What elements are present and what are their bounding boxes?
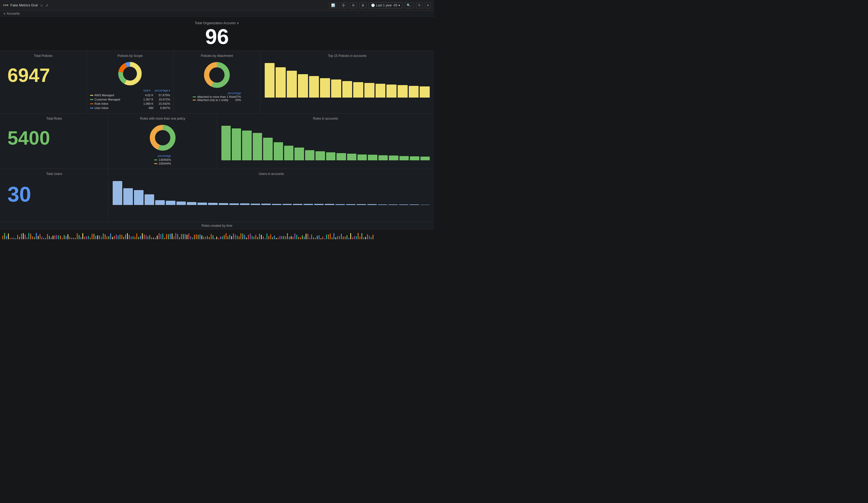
spark-dot: [202, 235, 202, 239]
bar: [221, 126, 231, 160]
bar: [232, 129, 241, 160]
spark-dot: [110, 234, 111, 239]
legend-row-user-inline: User Inline 4806.907%: [90, 106, 170, 110]
spark-dot: [90, 238, 91, 239]
expand-button[interactable]: ▾: [425, 2, 431, 8]
spark-dot: [138, 237, 139, 239]
spark-dot: [105, 234, 105, 239]
spark-dot: [361, 233, 362, 239]
spark-dot: [10, 238, 11, 239]
spark-dot: [177, 234, 178, 239]
spark-dot: [339, 236, 340, 239]
spark-dot: [103, 234, 104, 239]
bar: [219, 203, 228, 205]
spark-dot: [267, 234, 267, 239]
spark-dot: [127, 233, 128, 239]
bar: [263, 138, 272, 160]
roles-by-time-panel: Roles created by time: [0, 222, 434, 240]
spark-dot: [188, 234, 189, 239]
spark-dot: [308, 234, 308, 239]
spark-dot: [125, 235, 126, 239]
spark-dot: [330, 234, 331, 239]
time-selector[interactable]: 🕐 Last 1 year -03 ▾: [369, 2, 402, 8]
spark-dot: [328, 235, 329, 239]
bar: [176, 202, 186, 205]
spark-dot: [73, 238, 74, 239]
breadcrumb-label[interactable]: Accounts: [7, 12, 20, 16]
spark-dot: [222, 236, 223, 239]
star-icon[interactable]: ☆: [40, 3, 43, 8]
spark-dot: [233, 234, 234, 239]
total-policies-panel: Total Policies 6947: [0, 51, 87, 113]
spark-dot: [205, 237, 206, 239]
tv-mode-button[interactable]: 🖥: [359, 2, 366, 8]
spark-dot: [349, 238, 349, 239]
svg-point-4: [123, 67, 137, 81]
roles-more-policy-title: Roles with more than one policy: [112, 117, 214, 121]
share-icon[interactable]: ⤢: [45, 3, 49, 8]
roles-legend-row-2: 1004 44%: [154, 162, 171, 165]
total-org-chevron[interactable]: ∨: [237, 21, 239, 25]
total-users-title: Total Users: [3, 172, 105, 176]
spark-dot: [88, 236, 89, 239]
bar: [155, 200, 165, 205]
spark-dot: [86, 236, 87, 239]
spark-dot: [49, 236, 50, 239]
attachment-pct-header: percentage: [193, 92, 241, 95]
spark-dot: [21, 234, 22, 239]
spark-dot: [122, 235, 122, 239]
spark-dot: [175, 233, 176, 239]
spark-dot: [146, 235, 146, 239]
settings-button[interactable]: ⚙: [350, 2, 357, 8]
roles-in-accounts-panel: Roles in accounts: [217, 114, 434, 168]
total-users-panel: Total Users 30: [0, 169, 108, 222]
bar: [166, 201, 175, 205]
app-icon: [3, 4, 8, 6]
spark-dot: [8, 234, 9, 239]
spark-dot: [248, 235, 249, 239]
bar: [272, 204, 281, 205]
spark-dot: [25, 235, 25, 239]
bar: [293, 204, 302, 205]
spark-dot: [47, 234, 48, 239]
spark-dot: [252, 236, 252, 239]
spark-dot: [118, 236, 118, 239]
bar: [397, 85, 408, 97]
total-policies-value: 6947: [3, 60, 83, 88]
roles-more-policy-panel: Roles with more than one policy percenta…: [108, 114, 217, 168]
add-panel-button[interactable]: ➕: [339, 2, 348, 8]
spark-dot: [64, 235, 64, 239]
spark-dot: [30, 234, 31, 239]
spark-dot: [194, 235, 195, 239]
spark-dot: [293, 237, 293, 239]
top15-bar-chart: [264, 60, 431, 97]
roles-by-time-label: Roles created by time: [0, 222, 434, 229]
spark-dot: [58, 235, 59, 239]
spark-dot: [367, 234, 368, 239]
refresh-button[interactable]: ↻: [416, 2, 423, 8]
bar: [240, 203, 250, 205]
spark-dot: [56, 235, 57, 239]
spark-dot: [373, 235, 373, 239]
spark-dot: [183, 234, 184, 239]
spark-dot: [181, 234, 182, 239]
spark-dot: [360, 237, 360, 239]
bar-chart-button[interactable]: 📊: [329, 2, 337, 8]
spark-dot: [347, 235, 347, 239]
bar: [276, 67, 286, 97]
spark-dot: [254, 237, 254, 239]
spark-dot: [108, 236, 109, 239]
spark-dot: [235, 235, 236, 239]
spark-dot: [166, 234, 167, 239]
breadcrumb-chevron[interactable]: ∨: [3, 12, 6, 16]
spark-dot: [281, 236, 282, 239]
zoom-out-button[interactable]: 🔍-: [404, 2, 414, 8]
bar: [316, 151, 325, 160]
total-roles-panel: Total Roles 5400: [0, 114, 108, 168]
spark-dot: [66, 236, 66, 239]
scope-legend: total ▾ percentage ▾ AWS Managed 4.02 K5…: [90, 89, 170, 110]
spark-dot: [289, 237, 290, 239]
spark-dot: [101, 237, 102, 239]
time-label: Last 1 year -03: [376, 3, 397, 7]
bar: [388, 204, 398, 205]
